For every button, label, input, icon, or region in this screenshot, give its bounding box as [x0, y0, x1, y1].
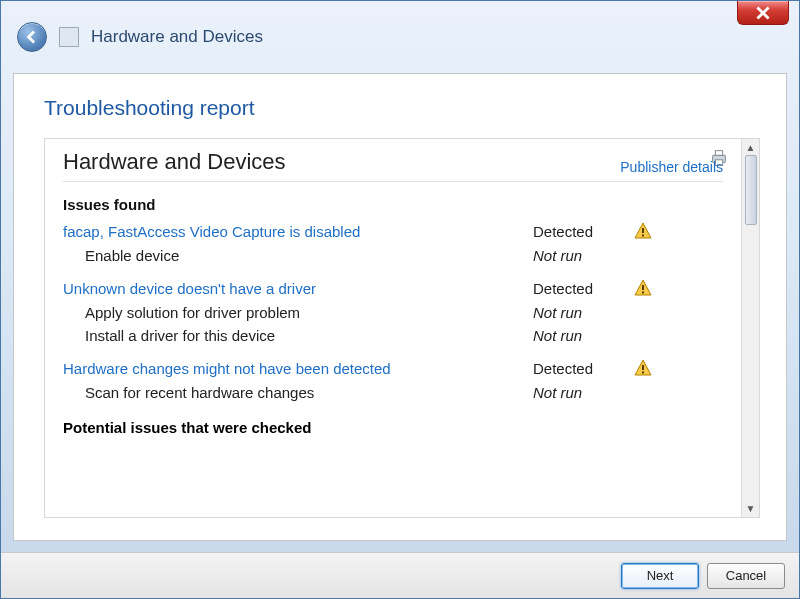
- scrollbar[interactable]: ▲ ▼: [741, 139, 759, 517]
- step-label: Apply solution for driver problem: [63, 304, 533, 321]
- report-header-row: Hardware and Devices Publisher details: [63, 149, 723, 182]
- warning-icon: [633, 358, 653, 378]
- step-status: Not run: [533, 247, 633, 264]
- svg-rect-3: [642, 228, 644, 233]
- issue-title-link[interactable]: Unknown device doesn't have a driver: [63, 280, 533, 297]
- step-status: Not run: [533, 384, 633, 401]
- header-bar: Hardware and Devices: [1, 1, 799, 73]
- issues-found-label: Issues found: [63, 196, 723, 213]
- window-title: Hardware and Devices: [91, 27, 263, 47]
- issue-header: Hardware changes might not have been det…: [63, 358, 723, 378]
- report-scroll-content: Hardware and Devices Publisher details I…: [45, 139, 741, 517]
- step-label: Install a driver for this device: [63, 327, 533, 344]
- issue-status: Detected: [533, 223, 633, 240]
- step-status: Not run: [533, 304, 633, 321]
- close-icon: [756, 6, 770, 20]
- issue-step: Apply solution for driver problem Not ru…: [63, 304, 723, 321]
- svg-rect-6: [642, 292, 644, 294]
- step-label: Scan for recent hardware changes: [63, 384, 533, 401]
- cancel-button[interactable]: Cancel: [707, 563, 785, 589]
- issue-header: facap, FastAccess Video Capture is disab…: [63, 221, 723, 241]
- warning-icon: [633, 221, 653, 241]
- close-button[interactable]: [737, 1, 789, 25]
- scroll-up-arrow-icon[interactable]: ▲: [746, 142, 756, 153]
- report-section-title: Hardware and Devices: [63, 149, 286, 175]
- publisher-details-link[interactable]: Publisher details: [620, 159, 723, 175]
- back-button[interactable]: [17, 22, 47, 52]
- issue-step: Scan for recent hardware changes Not run: [63, 384, 723, 401]
- svg-rect-8: [642, 372, 644, 374]
- dialog-window: Hardware and Devices Troubleshooting rep…: [0, 0, 800, 599]
- step-status: Not run: [533, 327, 633, 344]
- issue-item: Unknown device doesn't have a driver Det…: [63, 278, 723, 344]
- warning-icon: [633, 278, 653, 298]
- issue-title-link[interactable]: Hardware changes might not have been det…: [63, 360, 533, 377]
- scroll-thumb[interactable]: [745, 155, 757, 225]
- issue-status: Detected: [533, 360, 633, 377]
- issue-item: facap, FastAccess Video Capture is disab…: [63, 221, 723, 264]
- content-area: Troubleshooting report Hardware and Devi…: [13, 73, 787, 541]
- issue-header: Unknown device doesn't have a driver Det…: [63, 278, 723, 298]
- issue-status: Detected: [533, 280, 633, 297]
- issue-item: Hardware changes might not have been det…: [63, 358, 723, 401]
- scroll-down-arrow-icon[interactable]: ▼: [746, 503, 756, 514]
- report-panel: Hardware and Devices Publisher details I…: [44, 138, 760, 518]
- wizard-icon: [59, 27, 79, 47]
- issue-step: Install a driver for this device Not run: [63, 327, 723, 344]
- issue-title-link[interactable]: facap, FastAccess Video Capture is disab…: [63, 223, 533, 240]
- issue-step: Enable device Not run: [63, 247, 723, 264]
- next-button[interactable]: Next: [621, 563, 699, 589]
- potential-issues-label: Potential issues that were checked: [63, 419, 723, 436]
- svg-rect-5: [642, 285, 644, 290]
- report-title: Troubleshooting report: [44, 96, 760, 120]
- footer-bar: Next Cancel: [1, 552, 799, 598]
- svg-rect-4: [642, 235, 644, 237]
- back-arrow-icon: [25, 30, 39, 44]
- step-label: Enable device: [63, 247, 533, 264]
- svg-rect-7: [642, 365, 644, 370]
